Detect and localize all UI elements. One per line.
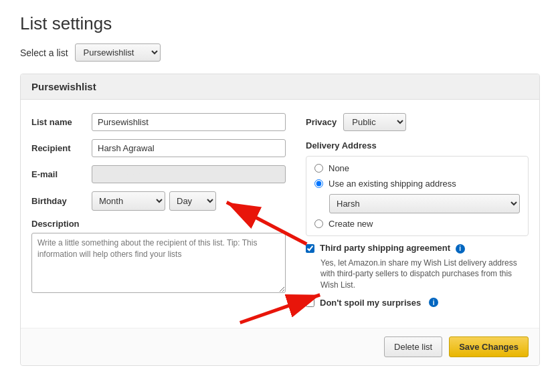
list-name-input[interactable] bbox=[92, 113, 286, 131]
third-party-info-icon[interactable]: i bbox=[456, 244, 465, 254]
third-party-description: Yes, let Amazon.in share my Wish List de… bbox=[320, 258, 529, 291]
recipient-input[interactable] bbox=[92, 139, 286, 157]
privacy-select[interactable]: Public Private Shared bbox=[343, 113, 406, 131]
dont-spoil-label: Don't spoil my surprises bbox=[320, 298, 421, 308]
panel-header: Pursewishlist bbox=[21, 74, 539, 100]
recipient-label: Recipient bbox=[31, 143, 92, 153]
panel-footer: Delete list Save Changes bbox=[21, 328, 539, 365]
delivery-address-box: None Use an existing shipping address Ha… bbox=[306, 156, 529, 236]
privacy-label: Privacy bbox=[306, 117, 337, 127]
birthday-month-select[interactable]: Month JanuaryFebruaryMarch AprilMayJune … bbox=[92, 191, 165, 211]
list-name-label: List name bbox=[31, 117, 92, 127]
birthday-label: Birthday bbox=[31, 196, 92, 206]
save-changes-button[interactable]: Save Changes bbox=[449, 336, 529, 357]
third-party-checkbox[interactable] bbox=[306, 244, 314, 253]
third-party-label: Third party shipping agreement bbox=[320, 243, 450, 253]
description-textarea[interactable] bbox=[31, 233, 286, 293]
existing-address-radio[interactable] bbox=[314, 179, 323, 188]
existing-address-label: Use an existing shipping address bbox=[329, 179, 456, 189]
list-selector[interactable]: Pursewishlist bbox=[75, 43, 161, 62]
page-title: List settings bbox=[20, 13, 540, 34]
none-radio[interactable] bbox=[314, 164, 323, 173]
create-new-label: Create new bbox=[329, 219, 373, 229]
email-label: E-mail bbox=[31, 169, 92, 179]
none-label: None bbox=[329, 163, 349, 173]
address-selector[interactable]: Harsh ... bbox=[329, 194, 520, 213]
delivery-address-label: Delivery Address bbox=[306, 140, 529, 151]
settings-panel: Pursewishlist List name Recipient E-mail bbox=[20, 74, 540, 366]
delete-list-button[interactable]: Delete list bbox=[384, 336, 442, 357]
dont-spoil-checkbox[interactable] bbox=[306, 298, 314, 307]
email-input[interactable] bbox=[92, 165, 286, 183]
dont-spoil-info-icon[interactable]: i bbox=[429, 298, 438, 307]
select-list-label: Select a list bbox=[20, 47, 68, 58]
create-new-radio[interactable] bbox=[314, 219, 323, 228]
birthday-day-select[interactable]: Day bbox=[169, 191, 216, 211]
description-label: Description bbox=[31, 219, 286, 229]
